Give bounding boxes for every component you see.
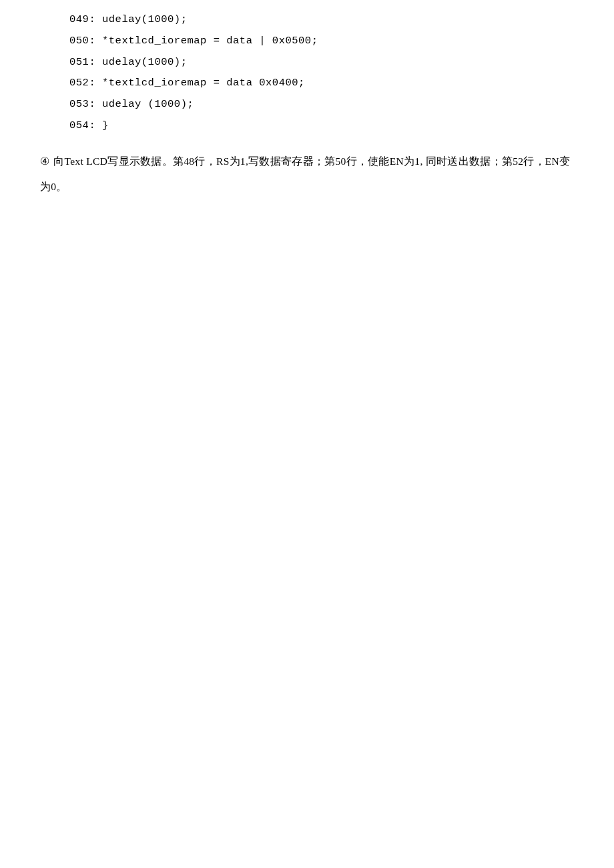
code-line: 051: udelay(1000); — [69, 52, 574, 73]
code-line: 052: *textlcd_ioremap = data 0x0400; — [69, 73, 574, 94]
code-line: 050: *textlcd_ioremap = data | 0x0500; — [69, 31, 574, 52]
explanation-text: 向Text LCD写显示数据。第48行，RS为1,写数据寄存器；第50行，使能E… — [40, 155, 570, 193]
explanation-paragraph: ④向Text LCD写显示数据。第48行，RS为1,写数据寄存器；第50行，使能… — [40, 149, 574, 201]
code-line: 054: } — [69, 115, 574, 137]
code-line: 049: udelay(1000); — [69, 9, 574, 31]
circled-number: ④ — [40, 149, 49, 175]
code-line: 053: udelay (1000); — [69, 94, 574, 115]
code-block: 049: udelay(1000); 050: *textlcd_ioremap… — [69, 9, 574, 137]
